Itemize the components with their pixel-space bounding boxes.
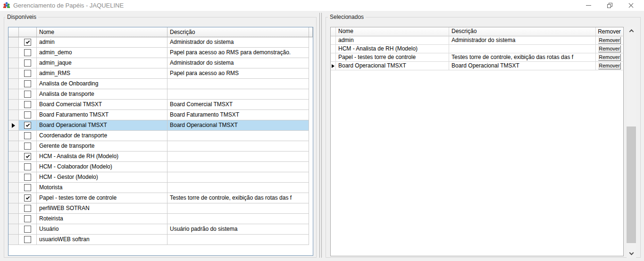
row-checkbox[interactable]	[24, 132, 31, 139]
name-cell[interactable]: Papel - testes torre de controle	[336, 53, 449, 62]
name-cell[interactable]: Papel - testes torre de controle	[37, 193, 167, 203]
remover-button[interactable]: Remover	[598, 45, 621, 52]
table-row[interactable]: HCM - Analista de RH (Modelo)	[8, 152, 313, 162]
checkbox-cell[interactable]	[19, 37, 37, 48]
name-cell[interactable]: Analista de Onboarding	[37, 79, 167, 89]
description-cell[interactable]: Papel para acesso ao RMS	[167, 68, 309, 79]
name-cell[interactable]: Board Faturamento TMSXT	[37, 110, 167, 120]
name-cell[interactable]: perfilWEB SOTRAN	[37, 203, 167, 214]
description-cell[interactable]	[167, 162, 309, 172]
description-cell[interactable]: Board Operacional TMSXT	[167, 120, 309, 131]
table-row[interactable]: adminAdministrador do sistemaRemover	[331, 36, 623, 45]
checkbox-cell[interactable]	[19, 172, 37, 183]
checkbox-cell[interactable]	[19, 89, 37, 100]
table-row[interactable]: HCM - Gestor (Modelo)	[8, 172, 313, 183]
table-row[interactable]: admin_demoPapel para acesso ao RMS para …	[8, 48, 313, 58]
scrollbar-down-button[interactable]	[627, 250, 636, 258]
table-row[interactable]: Coordenador de transporte	[8, 131, 313, 141]
checkbox-cell[interactable]	[19, 193, 37, 203]
row-checkbox[interactable]	[24, 184, 31, 191]
description-cell[interactable]	[167, 203, 309, 214]
row-checkbox[interactable]	[24, 236, 31, 243]
name-cell[interactable]: Motorista	[37, 183, 167, 193]
name-cell[interactable]: admin_RMS	[37, 68, 167, 79]
description-cell[interactable]: Administrador do sistema	[167, 37, 309, 48]
name-cell[interactable]: Board Operacional TMSXT	[336, 62, 449, 70]
remover-button[interactable]: Remover	[598, 54, 621, 61]
checkbox-cell[interactable]	[19, 58, 37, 68]
description-cell[interactable]	[167, 172, 309, 183]
checkbox-cell[interactable]	[19, 110, 37, 120]
close-button[interactable]	[620, 0, 642, 11]
table-row[interactable]: Papel - testes torre de controleTestes t…	[331, 53, 623, 62]
checkbox-cell[interactable]	[19, 235, 37, 245]
checkbox-cell[interactable]	[19, 68, 37, 79]
available-grid[interactable]: Nome Descrição adminAdministrador do sis…	[8, 27, 313, 256]
name-cell[interactable]: HCM - Colaborador (Modelo)	[37, 162, 167, 172]
table-row[interactable]: Gerente de transporte	[8, 141, 313, 152]
scrollbar-track[interactable]	[627, 35, 636, 250]
checkbox-cell[interactable]	[19, 162, 37, 172]
table-row[interactable]: admin_jaqueAdministrador do sistema	[8, 58, 313, 68]
description-cell[interactable]	[167, 89, 309, 100]
remover-button[interactable]: Remover	[598, 62, 621, 69]
description-cell[interactable]	[167, 183, 309, 193]
description-cell[interactable]	[167, 235, 309, 245]
row-checkbox[interactable]	[24, 91, 31, 98]
row-checkbox[interactable]	[24, 153, 31, 160]
remover-button[interactable]: Remover	[598, 37, 621, 44]
table-row[interactable]: Board Operacional TMSXTBoard Operacional…	[8, 120, 313, 131]
table-row[interactable]: Papel - testes torre de controleTestes t…	[8, 193, 313, 203]
table-row[interactable]: perfilWEB SOTRAN	[8, 203, 313, 214]
description-cell[interactable]: Administrador do sistema	[167, 58, 309, 68]
row-checkbox[interactable]	[24, 111, 31, 118]
description-cell[interactable]	[167, 152, 309, 162]
row-checkbox[interactable]	[24, 163, 31, 170]
table-row[interactable]: Board Faturamento TMSXTBoard Faturamento…	[8, 110, 313, 120]
name-cell[interactable]: Gerente de transporte	[37, 141, 167, 152]
name-cell[interactable]: admin	[37, 37, 167, 48]
description-cell[interactable]	[167, 214, 309, 224]
name-cell[interactable]: Roteirista	[37, 214, 167, 224]
table-row[interactable]: Analista de transporte	[8, 89, 313, 100]
table-row[interactable]: Board Operacional TMSXTBoard Operacional…	[331, 62, 623, 70]
description-cell[interactable]	[167, 141, 309, 152]
panel-splitter[interactable]	[319, 13, 322, 258]
row-checkbox[interactable]	[24, 80, 31, 87]
description-cell[interactable]: Usuário padrão do sistema	[167, 224, 309, 235]
row-checkbox[interactable]	[24, 226, 31, 233]
checkbox-cell[interactable]	[19, 120, 37, 131]
checkbox-cell[interactable]	[19, 203, 37, 214]
row-checkbox[interactable]	[24, 143, 31, 150]
name-cell[interactable]: Usuário	[37, 224, 167, 235]
row-checkbox[interactable]	[24, 194, 31, 202]
table-row[interactable]: UsuárioUsuário padrão do sistema	[8, 224, 313, 235]
row-checkbox[interactable]	[24, 101, 31, 108]
name-cell[interactable]: usuarioWEB softran	[37, 235, 167, 245]
checkbox-cell[interactable]	[19, 79, 37, 89]
selected-grid[interactable]: Nome Descrição Remover adminAdministrado…	[330, 27, 624, 256]
description-cell[interactable]: Testes torre de controle, exibição das r…	[167, 193, 309, 203]
description-cell[interactable]: Board Comercial TMSXT	[167, 100, 309, 110]
checkbox-cell[interactable]	[19, 183, 37, 193]
checkbox-cell[interactable]	[19, 100, 37, 110]
name-cell[interactable]: admin	[336, 36, 449, 45]
name-cell[interactable]: Board Comercial TMSXT	[37, 100, 167, 110]
checkbox-cell[interactable]	[19, 131, 37, 141]
name-cell[interactable]: admin_jaque	[37, 58, 167, 68]
description-cell[interactable]	[167, 79, 309, 89]
name-cell[interactable]: Coordenador de transporte	[37, 131, 167, 141]
checkbox-cell[interactable]	[19, 48, 37, 58]
selected-grid-scrollbar[interactable]	[627, 27, 636, 258]
table-row[interactable]: HCM - Colaborador (Modelo)	[8, 162, 313, 172]
minimize-button[interactable]	[578, 0, 599, 11]
table-row[interactable]: Board Comercial TMSXTBoard Comercial TMS…	[8, 100, 313, 110]
table-row[interactable]: Roteirista	[8, 214, 313, 224]
checkbox-cell[interactable]	[19, 214, 37, 224]
name-cell[interactable]: admin_demo	[37, 48, 167, 58]
row-checkbox[interactable]	[24, 174, 31, 181]
row-checkbox[interactable]	[24, 122, 31, 129]
checkbox-cell[interactable]	[19, 141, 37, 152]
table-row[interactable]: Analista de Onboarding	[8, 79, 313, 89]
name-cell[interactable]: Analista de transporte	[37, 89, 167, 100]
